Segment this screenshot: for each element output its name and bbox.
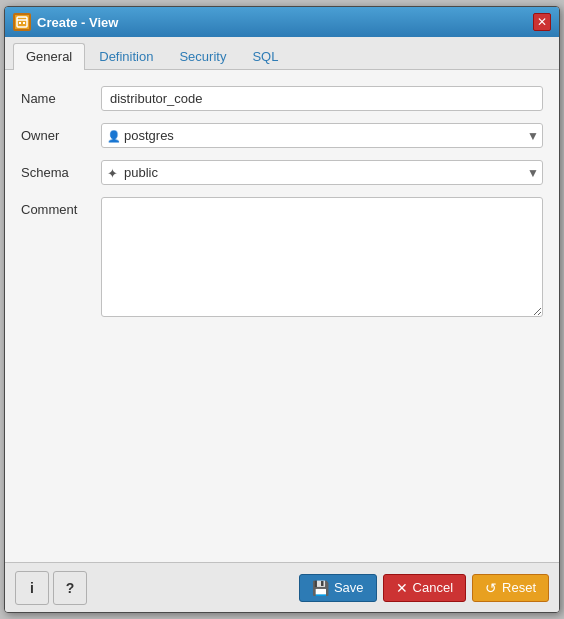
cancel-label: Cancel (413, 580, 453, 595)
cancel-button[interactable]: ✕ Cancel (383, 574, 466, 602)
window-icon (13, 13, 31, 31)
comment-label: Comment (21, 197, 101, 217)
schema-select[interactable]: public (101, 160, 543, 185)
schema-label: Schema (21, 160, 101, 180)
tab-security[interactable]: Security (167, 44, 238, 69)
schema-row: Schema ✦ public ▼ (21, 160, 543, 185)
name-row: Name (21, 86, 543, 111)
owner-select[interactable]: postgres (101, 123, 543, 148)
name-label: Name (21, 86, 101, 106)
owner-row: Owner 👤 postgres ▼ (21, 123, 543, 148)
svg-rect-0 (17, 17, 27, 27)
name-input[interactable] (101, 86, 543, 111)
cancel-icon: ✕ (396, 580, 408, 596)
owner-label: Owner (21, 123, 101, 143)
help-button[interactable]: ? (53, 571, 87, 605)
owner-select-wrapper: 👤 postgres ▼ (101, 123, 543, 148)
reset-icon: ↺ (485, 580, 497, 596)
reset-button[interactable]: ↺ Reset (472, 574, 549, 602)
comment-row: Comment (21, 197, 543, 317)
svg-rect-2 (19, 22, 21, 24)
info-button[interactable]: i (15, 571, 49, 605)
comment-textarea[interactable] (101, 197, 543, 317)
close-button[interactable]: ✕ (533, 13, 551, 31)
window-title: Create - View (37, 15, 533, 30)
create-view-window: Create - View ✕ General Definition Secur… (4, 6, 560, 613)
footer: i ? 💾 Save ✕ Cancel ↺ Reset (5, 562, 559, 612)
footer-left: i ? (15, 571, 87, 605)
tab-sql[interactable]: SQL (240, 44, 290, 69)
tab-general[interactable]: General (13, 43, 85, 70)
save-button[interactable]: 💾 Save (299, 574, 377, 602)
svg-rect-3 (23, 22, 25, 24)
reset-label: Reset (502, 580, 536, 595)
schema-select-wrapper: ✦ public ▼ (101, 160, 543, 185)
tab-definition[interactable]: Definition (87, 44, 165, 69)
save-label: Save (334, 580, 364, 595)
footer-right: 💾 Save ✕ Cancel ↺ Reset (299, 574, 549, 602)
title-bar: Create - View ✕ (5, 7, 559, 37)
form-content: Name Owner 👤 postgres ▼ Schema ✦ public (5, 70, 559, 562)
save-icon: 💾 (312, 580, 329, 596)
tabs-bar: General Definition Security SQL (5, 37, 559, 70)
